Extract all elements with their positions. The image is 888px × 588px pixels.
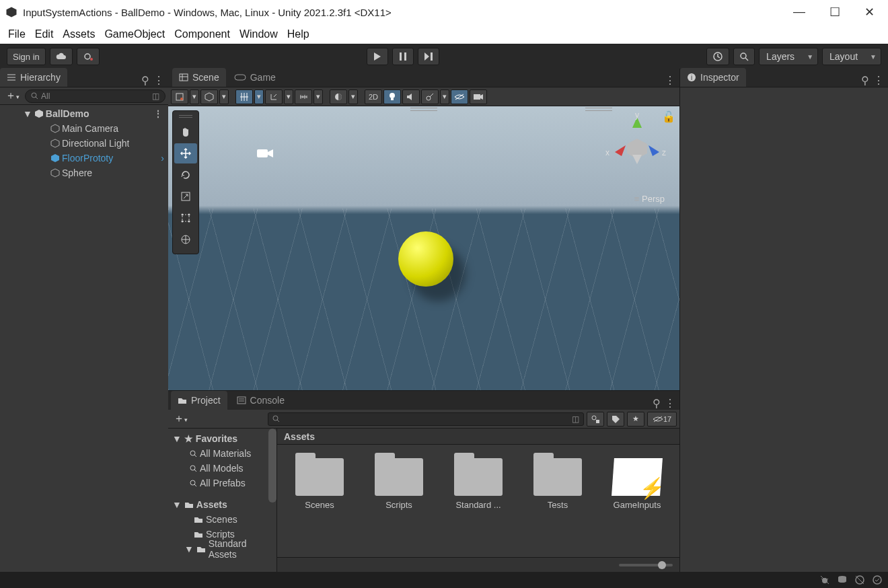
- panel-menu-icon[interactable]: ⋮: [665, 397, 675, 410]
- breadcrumb[interactable]: Assets: [277, 429, 679, 445]
- filter-by-type-button[interactable]: [587, 412, 604, 427]
- layout-dropdown[interactable]: Layout▼: [822, 48, 881, 65]
- scene-row[interactable]: ▼ BallDemo ⋮: [0, 106, 168, 121]
- grid-dropdown[interactable]: ▾: [254, 89, 264, 104]
- draw-mode-button[interactable]: [171, 89, 188, 104]
- thumbnail-size-slider[interactable]: [619, 564, 673, 566]
- hierarchy-item[interactable]: FloorPrototy ›: [0, 151, 168, 166]
- orientation-gizmo[interactable]: x y z: [607, 114, 667, 188]
- filter-by-label-button[interactable]: [607, 412, 624, 427]
- scale-tool[interactable]: [174, 186, 197, 207]
- snap-button[interactable]: [265, 89, 283, 104]
- transform-tool[interactable]: [174, 229, 197, 250]
- bug-icon[interactable]: [819, 575, 830, 585]
- autorefresh-icon[interactable]: [854, 575, 865, 585]
- grid-button[interactable]: [235, 89, 253, 104]
- favorite-item[interactable]: All Models: [168, 461, 276, 476]
- step-button[interactable]: [418, 48, 439, 65]
- minimize-button[interactable]: —: [793, 5, 805, 20]
- panel-menu-icon[interactable]: ⋮: [665, 74, 675, 87]
- asset-item[interactable]: Tests: [527, 458, 588, 510]
- hierarchy-item[interactable]: Sphere: [0, 166, 168, 180]
- create-button[interactable]: ＋▾: [3, 89, 22, 103]
- favorites-header[interactable]: ▼★ Favorites: [168, 431, 276, 446]
- scrollbar[interactable]: [268, 429, 276, 503]
- shading-dropdown[interactable]: ▾: [219, 89, 229, 104]
- move-tool[interactable]: [174, 143, 197, 163]
- increment-snap-button[interactable]: [295, 89, 312, 104]
- gizmo-lock-icon[interactable]: 🔓: [662, 110, 675, 123]
- menu-help[interactable]: Help: [283, 27, 313, 42]
- hand-tool[interactable]: [174, 122, 197, 142]
- shading-picker-dropdown[interactable]: ▾: [348, 89, 358, 104]
- scene-menu-icon[interactable]: ⋮: [153, 108, 168, 119]
- draw-mode-dropdown[interactable]: ▾: [190, 89, 199, 104]
- visibility-toggle[interactable]: [451, 89, 468, 104]
- panel-menu-icon[interactable]: ⋮: [153, 74, 164, 87]
- maximize-button[interactable]: ☐: [829, 5, 840, 20]
- menu-gameobject[interactable]: GameObject: [100, 27, 169, 42]
- audio-toggle[interactable]: [402, 89, 420, 104]
- overlay-handle-icon[interactable]: [585, 108, 612, 111]
- cloud-button[interactable]: [50, 48, 73, 65]
- global-search-button[interactable]: [733, 48, 755, 65]
- progress-icon[interactable]: [872, 575, 883, 585]
- hierarchy-tab[interactable]: Hierarchy: [0, 68, 67, 87]
- projection-label[interactable]: ≡ Persp: [634, 194, 665, 204]
- inspector-tab[interactable]: i Inspector: [680, 68, 746, 87]
- foldout-icon[interactable]: ▼: [23, 108, 32, 119]
- favorite-item[interactable]: All Prefabs: [168, 476, 276, 490]
- favorite-item[interactable]: All Materials: [168, 446, 276, 461]
- search-expand-icon[interactable]: ◫: [572, 414, 579, 424]
- history-icon[interactable]: [706, 48, 729, 65]
- search-expand-icon[interactable]: ◫: [152, 91, 159, 101]
- rect-tool[interactable]: [174, 208, 197, 228]
- signin-button[interactable]: Sign in: [7, 48, 46, 65]
- pause-button[interactable]: [392, 48, 414, 65]
- shading-mode-button[interactable]: [200, 89, 218, 104]
- scene-tab[interactable]: Scene: [172, 68, 226, 87]
- shading-picker-button[interactable]: [330, 89, 347, 104]
- tree-item[interactable]: Scenes: [168, 512, 276, 527]
- overlay-handle-icon[interactable]: [410, 108, 437, 111]
- snap-dropdown[interactable]: ▾: [284, 89, 293, 104]
- menu-edit[interactable]: Edit: [31, 27, 58, 42]
- console-tab[interactable]: Console: [230, 391, 291, 410]
- close-button[interactable]: ✕: [864, 5, 875, 20]
- fx-dropdown[interactable]: ▾: [440, 89, 449, 104]
- lock-icon[interactable]: ⚲: [653, 397, 661, 410]
- camera-button[interactable]: [470, 89, 487, 104]
- game-tab[interactable]: Game: [227, 68, 283, 87]
- 2d-toggle[interactable]: 2D: [365, 89, 382, 104]
- rotate-tool[interactable]: [174, 165, 197, 185]
- foldout-icon[interactable]: ▼: [184, 544, 194, 554]
- open-prefab-icon[interactable]: ›: [161, 153, 168, 163]
- lock-icon[interactable]: ⚲: [141, 74, 149, 87]
- create-asset-button[interactable]: ＋▾: [171, 412, 190, 426]
- layers-dropdown[interactable]: Layers▼: [759, 48, 818, 65]
- favorite-filter-button[interactable]: ★: [627, 412, 644, 427]
- tree-item[interactable]: ▼Standard Assets: [168, 542, 276, 556]
- project-tab[interactable]: Project: [171, 391, 227, 410]
- play-button[interactable]: [367, 48, 388, 65]
- increment-dropdown[interactable]: ▾: [313, 89, 323, 104]
- hierarchy-item[interactable]: Directional Light: [0, 136, 168, 151]
- assets-header[interactable]: ▼ Assets: [168, 497, 276, 512]
- hierarchy-search[interactable]: All ◫: [25, 89, 165, 103]
- project-search[interactable]: ◫: [268, 412, 584, 426]
- menu-file[interactable]: File: [4, 27, 30, 42]
- menu-component[interactable]: Component: [170, 27, 234, 42]
- scene-viewport[interactable]: x y z 🔓 ≡ Persp: [168, 106, 679, 390]
- asset-item[interactable]: Scripts: [369, 458, 429, 510]
- asset-item[interactable]: Standard ...: [448, 458, 509, 510]
- hierarchy-item[interactable]: Main Camera: [0, 121, 168, 136]
- menu-assets[interactable]: Assets: [59, 27, 99, 42]
- asset-item[interactable]: GameInputs: [607, 458, 667, 510]
- asset-item[interactable]: Scenes: [289, 458, 350, 510]
- panel-menu-icon[interactable]: ⋮: [873, 74, 884, 87]
- fx-toggle[interactable]: [421, 89, 439, 104]
- overlay-drag-handle[interactable]: [179, 115, 192, 118]
- cache-icon[interactable]: [837, 575, 848, 585]
- lock-icon[interactable]: ⚲: [861, 74, 869, 87]
- menu-window[interactable]: Window: [235, 27, 282, 42]
